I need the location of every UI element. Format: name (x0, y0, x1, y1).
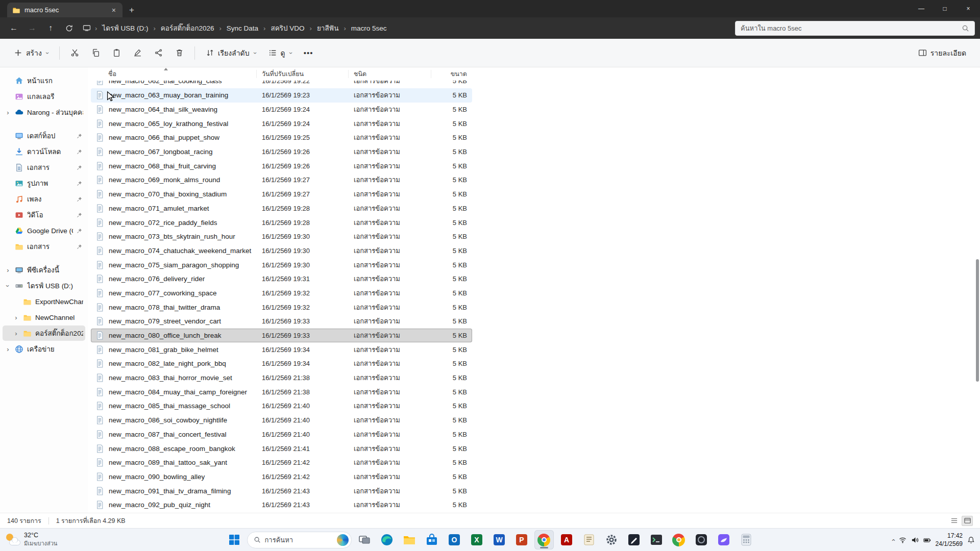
up-button[interactable]: ↑ (42, 20, 59, 36)
file-row[interactable]: new_macro_078_thai_twitter_drama16/1/256… (91, 300, 472, 314)
file-row[interactable]: new_macro_063_muay_boran_training16/1/25… (91, 88, 472, 103)
sidebar-item-onedrive-narong[interactable]: ›Narong - ส่วนบุคคล (3, 105, 85, 120)
file-row[interactable]: new_macro_088_escape_room_bangkok16/1/25… (91, 441, 472, 456)
chevron-down-icon[interactable]: › (5, 283, 11, 289)
file-row[interactable]: new_macro_075_siam_paragon_shopping16/1/… (91, 258, 472, 272)
details-view-toggle[interactable] (962, 516, 973, 526)
chevron-right-icon[interactable]: › (13, 314, 19, 321)
sidebar-item-videos[interactable]: วิดีโอ (3, 207, 85, 222)
start-button[interactable] (225, 530, 244, 549)
file-row[interactable]: new_macro_087_thai_concert_festival16/1/… (91, 428, 472, 442)
file-row[interactable]: new_macro_085_thai_massage_school16/1/25… (91, 399, 472, 413)
file-row[interactable]: new_macro_086_soi_cowboy_nightlife16/1/2… (91, 413, 472, 428)
sidebar-item-documents-folder[interactable]: เอกสาร (3, 239, 85, 254)
sidebar-item-gallery[interactable]: แกลเลอรี (3, 89, 85, 104)
list-view-toggle[interactable] (948, 516, 960, 526)
explorer-tab[interactable]: macro 5sec × (7, 3, 122, 17)
vertical-scrollbar[interactable] (976, 69, 979, 511)
breadcrumb-segment-toothpaste[interactable]: ยาสีฟัน (315, 21, 341, 35)
column-header-type[interactable]: ชนิด (349, 70, 431, 78)
file-row[interactable]: new_macro_064_thai_silk_weaving16/1/2569… (91, 103, 472, 117)
file-row[interactable]: new_macro_077_coworking_space16/1/2569 1… (91, 286, 472, 300)
taskbar-app-chrome-secondary[interactable] (669, 530, 689, 549)
chevron-right-icon[interactable]: › (5, 346, 11, 353)
maximize-button[interactable]: □ (933, 0, 957, 17)
column-header-size[interactable]: ขนาด (431, 70, 472, 78)
share-button[interactable] (149, 44, 168, 61)
file-row[interactable]: new_macro_076_delivery_rider16/1/2569 19… (91, 272, 472, 286)
chevron-right-icon[interactable]: › (5, 267, 11, 273)
sidebar-item-this-pc[interactable]: ›พีซีเครื่องนี้ (3, 262, 85, 278)
taskbar-app-excel[interactable]: X (467, 530, 486, 549)
sidebar-item-downloads[interactable]: ดาวน์โหลด (3, 144, 85, 159)
file-row[interactable]: new_macro_072_rice_paddy_fields16/1/2569… (91, 215, 472, 230)
taskbar-app-calculator[interactable] (737, 530, 756, 549)
taskbar-app-chrome[interactable] (534, 530, 554, 549)
sidebar-item-newchannel[interactable]: ›NewChannel (3, 310, 85, 325)
more-options-button[interactable]: ••• (299, 44, 318, 61)
breadcrumb-segment-course-tiktok-2026[interactable]: คอร์สติ๊กต็อก2026 (159, 21, 216, 35)
cut-button[interactable] (65, 44, 85, 61)
hidden-icons-chevron[interactable]: › (889, 539, 897, 541)
taskbar-app-pen-tool[interactable] (624, 530, 644, 549)
file-row[interactable]: new_macro_079_street_vendor_cart16/1/256… (91, 314, 472, 329)
sidebar-item-network[interactable]: ›เครือข่าย (3, 341, 85, 357)
wifi-icon[interactable] (899, 536, 906, 544)
back-button[interactable]: ← (5, 20, 22, 36)
clock[interactable]: 17:42 24/1/2569 (936, 532, 963, 548)
taskbar-app-file-explorer[interactable] (400, 530, 419, 549)
sidebar-item-desktop[interactable]: เดสก์ท็อป (3, 128, 85, 143)
sidebar-item-pictures[interactable]: รูปภาพ (3, 176, 85, 191)
taskbar-app-edge[interactable] (377, 530, 397, 549)
file-row[interactable]: new_macro_068_thai_fruit_carving16/1/256… (91, 159, 472, 173)
file-row[interactable]: new_macro_067_longboat_racing16/1/2569 1… (91, 145, 472, 159)
sort-button[interactable]: เรียงลำดับ › (200, 43, 262, 63)
taskbar-app-powerpoint[interactable]: P (512, 530, 531, 549)
new-button[interactable]: สร้าง › (8, 43, 54, 63)
rename-button[interactable] (128, 44, 148, 61)
new-tab-button[interactable]: + (122, 3, 141, 17)
chevron-right-icon[interactable]: › (13, 330, 19, 337)
file-row[interactable]: new_macro_081_grab_bike_helmet16/1/2569 … (91, 342, 472, 357)
column-header-date-modified[interactable]: วันที่ปรับเปลี่ยน (257, 70, 349, 78)
taskbar-app-outlook[interactable]: O (445, 530, 464, 549)
forward-button[interactable]: → (23, 20, 41, 36)
delete-button[interactable] (169, 44, 189, 61)
breadcrumb-segment-macro-5sec[interactable]: macro 5sec (349, 23, 389, 34)
file-row[interactable]: new_macro_091_thai_tv_drama_filming16/1/… (91, 484, 472, 498)
taskbar-app-notepad[interactable] (579, 530, 599, 549)
breadcrumb-segment-sync-data[interactable]: Sync Data (225, 23, 260, 34)
close-button[interactable]: × (957, 0, 980, 17)
search-box[interactable]: ค้นหาใน macro 5sec (735, 21, 975, 36)
sidebar-item-documents[interactable]: เอกสาร (3, 160, 85, 175)
taskbar-app-settings[interactable] (602, 530, 621, 549)
breadcrumb-segment-usb-drive-d[interactable]: ไดรฟ์ USB (D:) (100, 21, 150, 35)
notifications-icon[interactable] (967, 536, 975, 544)
sidebar-item-music[interactable]: เพลง (3, 191, 85, 207)
file-row[interactable]: new_macro_089_thai_tattoo_sak_yant16/1/2… (91, 456, 472, 470)
file-row[interactable]: new_macro_071_amulet_market16/1/2569 19:… (91, 202, 472, 216)
copy-button[interactable] (86, 44, 106, 61)
file-row[interactable]: new_macro_090_bowling_alley16/1/2569 21:… (91, 470, 472, 484)
file-row[interactable]: new_macro_069_monk_alms_round16/1/2569 1… (91, 173, 472, 187)
sidebar-item-course-tiktok-2026[interactable]: ›คอร์สติ๊กต็อก2026 (3, 325, 85, 341)
taskbar-app-acrobat[interactable]: A (557, 530, 576, 549)
file-row[interactable]: new_macro_080_office_lunch_break16/1/256… (91, 329, 472, 343)
minimize-button[interactable]: — (910, 0, 933, 17)
sidebar-item-exportnewchanel[interactable]: ExportNewChanel (3, 294, 85, 309)
file-row[interactable]: new_macro_082_late_night_pork_bbq16/1/25… (91, 357, 472, 371)
file-row[interactable]: new_macro_066_thai_puppet_show16/1/2569 … (91, 131, 472, 145)
file-row[interactable]: new_macro_070_thai_boxing_stadium16/1/25… (91, 187, 472, 202)
file-row[interactable]: new_macro_084_muay_thai_camp_foreigner16… (91, 385, 472, 399)
paste-button[interactable] (107, 44, 127, 61)
file-row[interactable]: new_macro_073_bts_skytrain_rush_hour16/1… (91, 230, 472, 244)
file-row[interactable]: new_macro_065_loy_krathong_festival16/1/… (91, 116, 472, 131)
taskbar-app-word[interactable]: W (489, 530, 509, 549)
column-header-name[interactable]: ชื่อ (91, 70, 257, 78)
breadcrumb-segment-script-vdo[interactable]: สคริป VDO (268, 21, 306, 35)
scrollbar-thumb[interactable] (976, 259, 979, 382)
volume-icon[interactable] (911, 536, 919, 544)
taskbar-app-purple-app[interactable] (714, 530, 733, 549)
sidebar-item-google-drive-g[interactable]: Google Drive (G:) (3, 223, 85, 238)
file-row[interactable]: new_macro_083_thai_horror_movie_set16/1/… (91, 371, 472, 385)
